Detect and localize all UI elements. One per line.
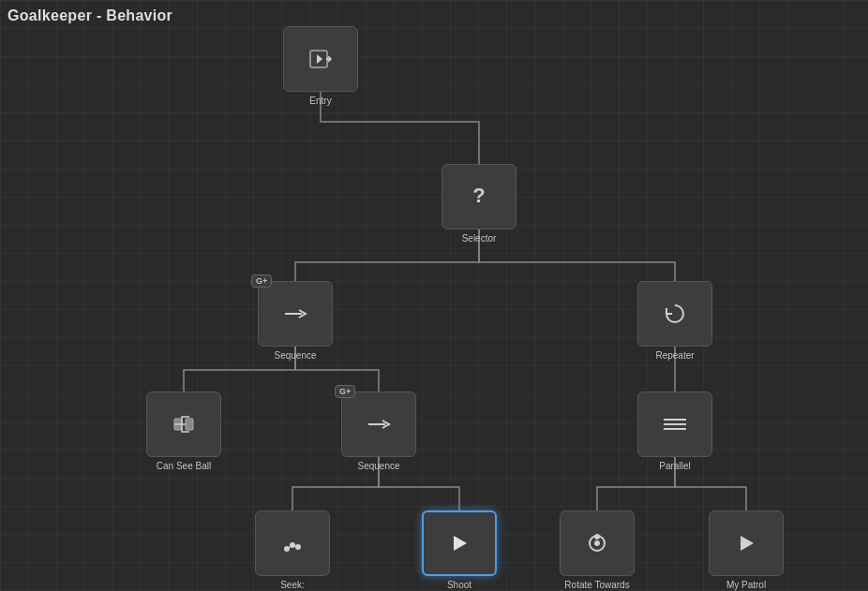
mypatrol-icon	[729, 526, 763, 560]
canseeball-label: Can See Ball	[157, 461, 211, 472]
svg-point-15	[595, 535, 599, 539]
svg-text:?: ?	[472, 184, 485, 207]
seq2-label: Sequence	[357, 461, 399, 472]
node-rotate-towards[interactable]: Rotate Towards	[560, 510, 635, 591]
repeater-icon	[658, 297, 692, 331]
connections-layer	[0, 0, 868, 591]
rotate-label: Rotate Towards	[564, 580, 629, 591]
parallel-icon	[658, 407, 692, 441]
page-title: Goalkeeper - Behavior	[7, 7, 172, 24]
node-my-patrol[interactable]: My Patrol	[709, 510, 784, 591]
node-can-see-ball[interactable]: Can See Ball	[146, 392, 221, 472]
seq2-icon	[362, 407, 396, 441]
node-seek[interactable]: Seek:	[255, 510, 330, 591]
node-sequence-1[interactable]: G+ Sequence	[258, 281, 333, 362]
rotate-icon	[580, 526, 614, 560]
shoot-label: Shoot	[447, 580, 471, 591]
seq2-badge: G+	[335, 385, 355, 398]
node-shoot[interactable]: Shoot	[422, 510, 497, 591]
seek-label: Seek:	[280, 580, 305, 591]
node-entry[interactable]: Entry	[283, 26, 358, 107]
entry-label: Entry	[309, 96, 331, 107]
canseeball-icon	[167, 407, 201, 441]
seek-icon	[276, 526, 309, 560]
repeater-label: Repeater	[655, 350, 694, 362]
selector-label: Selector	[462, 233, 497, 244]
seq1-label: Sequence	[274, 350, 316, 362]
mypatrol-label: My Patrol	[726, 580, 766, 591]
node-repeater[interactable]: Repeater	[637, 281, 712, 362]
node-parallel[interactable]: Parallel	[637, 392, 712, 472]
seq1-badge: G+	[251, 274, 272, 288]
selector-icon: ?	[462, 180, 496, 214]
parallel-label: Parallel	[659, 461, 690, 472]
node-selector[interactable]: ? Selector	[441, 164, 516, 244]
shoot-icon	[442, 526, 476, 560]
svg-rect-5	[186, 419, 193, 430]
entry-icon	[304, 42, 337, 76]
seq1-icon	[278, 297, 312, 331]
node-sequence-2[interactable]: G+ Sequence	[341, 392, 416, 472]
svg-point-14	[595, 541, 599, 545]
